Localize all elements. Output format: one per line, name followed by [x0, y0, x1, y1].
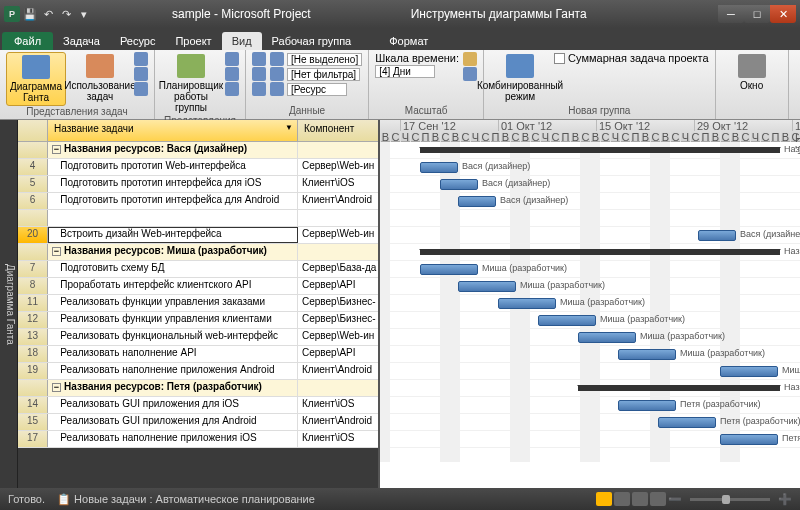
table-row[interactable]	[18, 210, 378, 227]
cell-component[interactable]: Клиент\Android	[298, 414, 378, 430]
row-number[interactable]	[18, 142, 48, 158]
task-usage-button[interactable]: Использование задач	[70, 52, 130, 104]
table-row[interactable]: 12 Реализовать функции управления клиент…	[18, 312, 378, 329]
table-row[interactable]: 14 Реализовать GUI приложения для iOSКли…	[18, 397, 378, 414]
zoom-icon-2[interactable]	[463, 67, 477, 81]
zoom-out-icon[interactable]: ➖	[668, 493, 682, 506]
task-bar[interactable]	[698, 230, 736, 241]
table-row[interactable]: 13 Реализовать функциональный web-интерф…	[18, 329, 378, 346]
table-row[interactable]: 8 Проработать интерфейс клиентского APIС…	[18, 278, 378, 295]
maximize-button[interactable]: □	[744, 5, 770, 23]
table-row[interactable]: 6 Подготовить прототип интерфейса для An…	[18, 193, 378, 210]
zoom-in-icon[interactable]: ➕	[778, 493, 792, 506]
details-button[interactable]: Комбинированный режим	[490, 52, 550, 104]
project-summary-checkbox[interactable]	[554, 53, 565, 64]
qat-save-icon[interactable]: 💾	[22, 6, 38, 22]
cell-task-name[interactable]: Подготовить прототип Web-интерфейса	[48, 159, 298, 175]
cell-task-name[interactable]: Встроить дизайн Web-интерфейса	[48, 227, 298, 243]
macros-button[interactable]: Макросы	[795, 52, 800, 93]
cell-task-name[interactable]: Реализовать GUI приложения для Android	[48, 414, 298, 430]
zoom-slider[interactable]	[690, 498, 770, 501]
zoom-icon[interactable]	[463, 52, 477, 66]
row-number[interactable]	[18, 380, 48, 396]
cell-component[interactable]: Сервер\Бизнес-	[298, 295, 378, 311]
col-task-name[interactable]: Название задачи	[48, 120, 298, 141]
table-row[interactable]: 7 Подготовить схему БДСервер\База-да	[18, 261, 378, 278]
row-number[interactable]: 4	[18, 159, 48, 175]
cell-task-name[interactable]: −Названия ресурсов: Вася (дизайнер)	[48, 142, 298, 158]
table-row[interactable]: −Названия ресурсов: Миша (разработчик)	[18, 244, 378, 261]
task-bar[interactable]	[420, 264, 478, 275]
tab-task[interactable]: Задача	[53, 32, 110, 50]
cell-component[interactable]: Сервер\Web-ин	[298, 329, 378, 345]
cell-task-name[interactable]: −Названия ресурсов: Миша (разработчик)	[48, 244, 298, 260]
row-number[interactable]: 19	[18, 363, 48, 379]
gantt-body[interactable]: Названия ресурВася (дизайнер)Вася (дизай…	[380, 142, 800, 448]
cell-component[interactable]: Клиент\iOS	[298, 397, 378, 413]
small-view-icon-3[interactable]	[134, 82, 148, 96]
cell-component[interactable]: Сервер\API	[298, 346, 378, 362]
cell-component[interactable]: Сервер\API	[298, 278, 378, 294]
tab-format[interactable]: Формат	[379, 32, 438, 50]
task-bar[interactable]	[458, 281, 516, 292]
view-btn-1[interactable]	[596, 492, 612, 506]
table-row[interactable]: 19 Реализовать наполнение приложения And…	[18, 363, 378, 380]
rownum-header[interactable]	[18, 120, 48, 141]
row-number[interactable]: 20	[18, 227, 48, 243]
cell-component[interactable]: Клиент\iOS	[298, 431, 378, 447]
cell-component[interactable]: Клиент\iOS	[298, 176, 378, 192]
task-bar[interactable]	[578, 332, 636, 343]
cell-task-name[interactable]: Подготовить прототип интерфейса для iOS	[48, 176, 298, 192]
gantt-chart[interactable]: 17 Сен '1201 Окт '1215 Окт '1229 Окт '12…	[380, 120, 800, 488]
cell-component[interactable]	[298, 244, 378, 260]
task-bar[interactable]	[440, 179, 478, 190]
summary-bar[interactable]	[420, 147, 780, 153]
row-number[interactable]: 14	[18, 397, 48, 413]
table-row[interactable]: 20 Встроить дизайн Web-интерфейсаСервер\…	[18, 227, 378, 244]
row-number[interactable]: 15	[18, 414, 48, 430]
cell-task-name[interactable]: Реализовать функциональный web-интерфейс	[48, 329, 298, 345]
tab-resource[interactable]: Ресурс	[110, 32, 165, 50]
table-row[interactable]: 4 Подготовить прототип Web-интерфейсаСер…	[18, 159, 378, 176]
row-number[interactable]: 7	[18, 261, 48, 277]
row-number[interactable]: 18	[18, 346, 48, 362]
table-row[interactable]: 17 Реализовать наполнение приложения iOS…	[18, 431, 378, 448]
row-number[interactable]: 5	[18, 176, 48, 192]
row-number[interactable]: 13	[18, 329, 48, 345]
row-number[interactable]: 11	[18, 295, 48, 311]
view-btn-2[interactable]	[614, 492, 630, 506]
summary-bar[interactable]	[578, 385, 780, 391]
tables-icon[interactable]	[252, 82, 266, 96]
cell-task-name[interactable]: Реализовать функции управления клиентами	[48, 312, 298, 328]
small-res-icon-2[interactable]	[225, 67, 239, 81]
highlight-dropdown[interactable]: [Не выделено]	[287, 53, 362, 66]
row-number[interactable]: 6	[18, 193, 48, 209]
outline-icon[interactable]	[252, 67, 266, 81]
task-bar[interactable]	[498, 298, 556, 309]
row-number[interactable]: 12	[18, 312, 48, 328]
row-number[interactable]: 17	[18, 431, 48, 447]
group-dropdown[interactable]: [Ресурс	[287, 83, 347, 96]
cell-component[interactable]	[298, 380, 378, 396]
task-bar[interactable]	[720, 366, 778, 377]
table-row[interactable]: 18 Реализовать наполнение APIСервер\API	[18, 346, 378, 363]
cell-component[interactable]: Клиент\Android	[298, 363, 378, 379]
view-btn-4[interactable]	[650, 492, 666, 506]
task-bar[interactable]	[618, 400, 676, 411]
filter-dropdown[interactable]: [Нет фильтра]	[287, 68, 360, 81]
task-bar[interactable]	[538, 315, 596, 326]
window-button[interactable]: Окно	[722, 52, 782, 93]
tab-team[interactable]: Рабочая группа	[262, 32, 362, 50]
cell-task-name[interactable]: Подготовить прототип интерфейса для Andr…	[48, 193, 298, 209]
qat-dropdown-icon[interactable]: ▾	[76, 6, 92, 22]
task-bar[interactable]	[618, 349, 676, 360]
tab-project[interactable]: Проект	[165, 32, 221, 50]
small-view-icon-2[interactable]	[134, 67, 148, 81]
cell-task-name[interactable]: Реализовать GUI приложения для iOS	[48, 397, 298, 413]
cell-task-name[interactable]: Реализовать наполнение приложения iOS	[48, 431, 298, 447]
task-bar[interactable]	[658, 417, 716, 428]
view-btn-3[interactable]	[632, 492, 648, 506]
cell-task-name[interactable]: −Названия ресурсов: Петя (разработчик)	[48, 380, 298, 396]
cell-component[interactable]: Клиент\Android	[298, 193, 378, 209]
task-bar[interactable]	[720, 434, 778, 445]
